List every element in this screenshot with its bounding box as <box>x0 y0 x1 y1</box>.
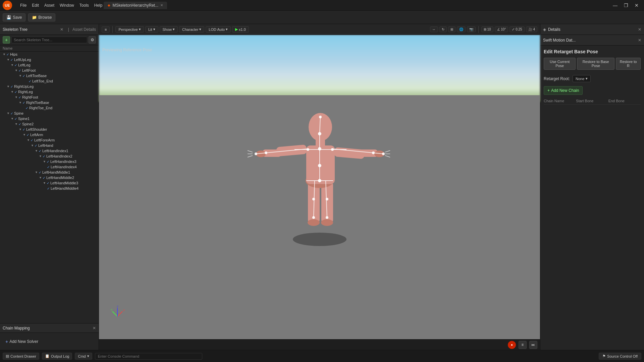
show-button[interactable]: Show ▾ <box>160 26 178 33</box>
minimize-btn[interactable]: — <box>610 1 620 9</box>
bone-icon: ✓ <box>22 101 25 105</box>
perspective-button[interactable]: Perspective ▾ <box>115 26 144 33</box>
content-drawer-button[interactable]: ▤ Content Drawer <box>3 353 39 360</box>
record-button[interactable]: ● <box>508 341 516 349</box>
cam-speed-btn[interactable]: 🎥 4 <box>526 26 537 32</box>
tree-item-spine2[interactable]: ▼ ✓ Spine2 <box>0 121 99 127</box>
restore-r-button[interactable]: Restore to R <box>616 58 641 70</box>
output-log-button[interactable]: 📋 Output Log <box>42 353 72 360</box>
tab-close[interactable]: ✕ <box>160 3 163 7</box>
retarget-root-select[interactable]: None ▾ <box>573 75 591 82</box>
tree-item-lefthandmiddle2[interactable]: ▼ ✓ LeftHandMiddle2 <box>0 175 99 180</box>
tree-item-lefthandmiddle3[interactable]: ▼ ✓ LeftHandMiddle3 <box>0 180 99 186</box>
world-icon[interactable]: 🌐 <box>457 26 466 32</box>
hamburger-menu[interactable]: ≡ <box>102 26 110 33</box>
console-input[interactable] <box>95 353 202 360</box>
tree-item-lefttoebase[interactable]: ▼ ✓ LeftToeBase <box>0 73 99 78</box>
tree-item-leftfoot[interactable]: ▼ ✓ LeftFoot <box>0 68 99 73</box>
use-current-pose-button[interactable]: Use Current Pose <box>544 58 576 70</box>
skeleton-tree-title: Skeleton Tree <box>3 27 28 32</box>
play-speed-label: x1.0 <box>239 27 246 32</box>
maximize-btn[interactable]: ❐ <box>621 1 631 9</box>
scale-icon[interactable]: ⊞ <box>448 26 455 32</box>
tree-item-leftleg[interactable]: ▼ ✓ LeftLeg <box>0 62 99 68</box>
add-solver-button[interactable]: + Add New Solver <box>3 338 41 345</box>
lod-button[interactable]: LOD Auto ▾ <box>206 26 231 33</box>
swift-header: Swift Motion Dat... ✕ <box>540 35 644 46</box>
source-control-button[interactable]: ⚑ Source Control Off <box>599 353 641 360</box>
cmd-button[interactable]: Cmd ▾ <box>75 353 92 360</box>
angle-btn[interactable]: ∠ 10° <box>495 26 508 32</box>
skeleton-tree-close[interactable]: ✕ <box>60 27 63 32</box>
rotate-icon[interactable]: ↻ <box>439 26 447 32</box>
bone-icon: ✓ <box>14 90 17 94</box>
browse-button[interactable]: 📁 Browse <box>28 13 55 21</box>
main-layout: Skeleton Tree ✕ | Asset Details + ⚙ Name… <box>0 24 644 350</box>
source-control-icon: ⚑ <box>602 354 606 358</box>
search-input[interactable] <box>11 37 87 43</box>
lit-button[interactable]: Lit ▾ <box>145 26 158 33</box>
character-button[interactable]: Character ▾ <box>179 26 204 33</box>
tree-item-righttoebase[interactable]: ▼ ✓ RightToeBase <box>0 100 99 105</box>
save-button[interactable]: 💾 Save <box>3 13 25 21</box>
details-close[interactable]: ✕ <box>638 27 641 32</box>
skeleton-tree-header: Skeleton Tree ✕ | Asset Details <box>0 24 99 35</box>
menu-tools[interactable]: Tools <box>79 3 89 8</box>
menu-file[interactable]: File <box>20 3 26 8</box>
svg-point-4 <box>321 219 333 226</box>
viewport-canvas[interactable]: Previewing Reference Pose <box>99 35 540 339</box>
menu-help[interactable]: Help <box>94 3 103 8</box>
tree-item-righttoeend[interactable]: ✓ RightToe_End <box>0 105 99 111</box>
arrow-icon: ▼ <box>27 138 30 142</box>
tree-item-lefthandindex2[interactable]: ▼ ✓ LeftHandIndex2 <box>0 154 99 159</box>
asset-details-tab[interactable]: Asset Details <box>72 27 96 32</box>
tree-item-spine[interactable]: ▼ ✓ Spine <box>0 111 99 116</box>
swift-close[interactable]: ✕ <box>638 38 641 43</box>
tree-item-leftupleg[interactable]: ▼ ✓ LeftUpLeg <box>0 57 99 62</box>
chain-mapping-close[interactable]: ✕ <box>93 326 96 330</box>
tree-item-rightfoot[interactable]: ▼ ✓ RightFoot <box>0 95 99 100</box>
settings-button[interactable]: ⚙ <box>89 36 96 44</box>
pause-button[interactable]: ⏸ <box>519 341 527 349</box>
svg-line-43 <box>385 150 390 152</box>
camera-icon[interactable]: 📷 <box>467 26 476 32</box>
grid-btn[interactable]: ⊞ 10 <box>481 26 493 32</box>
tree-item-lefthand[interactable]: ▼ ✓ LeftHand <box>0 143 99 148</box>
browse-icon: 📁 <box>32 15 37 20</box>
tree-item-leftforearm[interactable]: ▼ ✓ LeftForeArm <box>0 137 99 143</box>
lit-label: Lit <box>148 27 152 32</box>
tree-item-leftshoulder[interactable]: ▼ ✓ LeftShoulder <box>0 127 99 132</box>
tree-item-lefthandmiddle1[interactable]: ▼ ✓ LeftHandMiddle1 <box>0 170 99 175</box>
tree-item-spine1[interactable]: ▼ ✓ Spine1 <box>0 116 99 121</box>
bone-label: RightUpLeg <box>14 84 34 88</box>
menu-asset[interactable]: Asset <box>44 3 54 8</box>
tree-item-lefthandindex1[interactable]: ▼ ✓ LeftHandIndex1 <box>0 148 99 154</box>
tree-item-rightleg[interactable]: ▼ ✓ RightLeg <box>0 89 99 95</box>
tree-item-lefthandindex3[interactable]: ▼ ✓ LeftHandIndex3 <box>0 159 99 164</box>
tree-item-leftarm[interactable]: ▼ ✓ LeftArm <box>0 132 99 137</box>
close-btn[interactable]: ✕ <box>632 1 641 9</box>
active-tab[interactable]: ◆ MSkeletonHierarchyRet... ✕ <box>104 2 167 9</box>
skip-button[interactable]: ⏭ <box>529 341 537 349</box>
arrow-icon: ▼ <box>43 160 46 163</box>
restore-base-pose-button[interactable]: Restore to Base Pose <box>577 58 614 70</box>
scale-val-btn[interactable]: ⤢ 0.25 <box>509 26 524 32</box>
tree-item-rightupleg[interactable]: ▼ ✓ RightUpLeg <box>0 84 99 89</box>
tree-item-hips[interactable]: ▼ ✓ Hips <box>0 52 99 57</box>
tree-item-lefthandindex4[interactable]: ✓ LeftHandIndex4 <box>0 164 99 170</box>
retarget-root-label: Retarget Root: <box>544 76 570 81</box>
add-new-chain-button[interactable]: + Add New Chain <box>544 86 583 95</box>
tree-item-lefttoeend[interactable]: ▶ ✓ LeftToe_End <box>0 78 99 84</box>
tree-item-lefthandmiddle4[interactable]: ✓ LeftHandMiddle4 <box>0 186 99 191</box>
lod-label: LOD Auto <box>209 27 225 32</box>
menu-window[interactable]: Window <box>60 3 74 8</box>
add-bone-button[interactable]: + <box>3 36 10 44</box>
skeleton-tree[interactable]: ▼ ✓ Hips ▼ ✓ LeftUpLeg ▼ ✓ LeftLeg ▼ ✓ L… <box>0 52 99 323</box>
translate-icon[interactable]: ↔ <box>430 26 438 32</box>
bone-label: LeftHand <box>38 143 53 147</box>
menu-edit[interactable]: Edit <box>32 3 39 8</box>
bone-label: LeftHandMiddle3 <box>50 181 78 185</box>
bone-label: Spine1 <box>18 117 30 121</box>
play-button[interactable]: ▶ x1.0 <box>232 26 249 33</box>
svg-point-26 <box>318 164 321 167</box>
